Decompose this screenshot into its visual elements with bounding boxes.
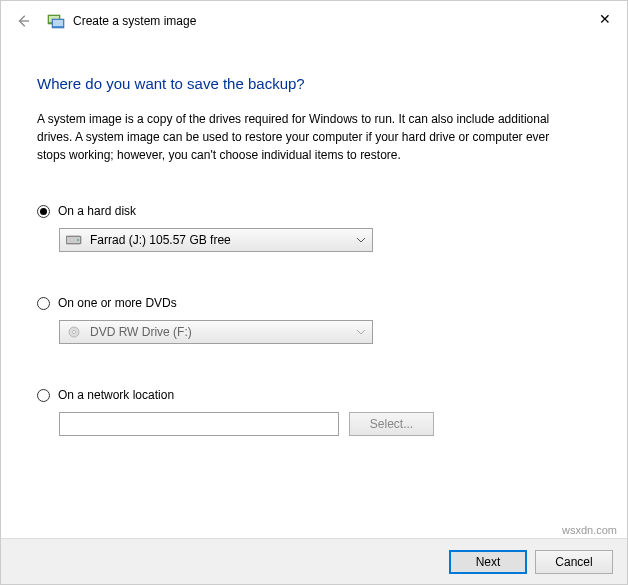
- cancel-button[interactable]: Cancel: [535, 550, 613, 574]
- chevron-down-icon: [350, 229, 372, 251]
- option-network-label[interactable]: On a network location: [58, 388, 174, 402]
- hard-disk-selected: Farrad (J:) 105.57 GB free: [90, 233, 231, 247]
- svg-point-6: [77, 239, 79, 241]
- svg-rect-3: [53, 20, 63, 26]
- radio-hard-disk[interactable]: [37, 205, 50, 218]
- radio-dvd[interactable]: [37, 297, 50, 310]
- footer-bar: Next Cancel: [1, 538, 627, 584]
- window-title: Create a system image: [73, 14, 196, 28]
- svg-point-8: [73, 331, 76, 334]
- description-text: A system image is a copy of the drives r…: [37, 110, 577, 164]
- next-button[interactable]: Next: [449, 550, 527, 574]
- option-dvd-label[interactable]: On one or more DVDs: [58, 296, 177, 310]
- radio-network[interactable]: [37, 389, 50, 402]
- option-hard-disk-label[interactable]: On a hard disk: [58, 204, 136, 218]
- dvd-selected: DVD RW Drive (F:): [90, 325, 192, 339]
- page-heading: Where do you want to save the backup?: [37, 75, 591, 92]
- watermark-text: wsxdn.com: [562, 524, 617, 536]
- chevron-down-icon: [350, 321, 372, 343]
- dvd-dropdown[interactable]: DVD RW Drive (F:): [59, 320, 373, 344]
- back-arrow-icon[interactable]: [11, 9, 35, 33]
- hard-disk-dropdown[interactable]: Farrad (J:) 105.57 GB free: [59, 228, 373, 252]
- network-path-input[interactable]: [59, 412, 339, 436]
- dvd-drive-icon: [66, 326, 82, 338]
- system-image-icon: [47, 12, 65, 30]
- hard-drive-icon: [66, 234, 82, 246]
- select-button[interactable]: Select...: [349, 412, 434, 436]
